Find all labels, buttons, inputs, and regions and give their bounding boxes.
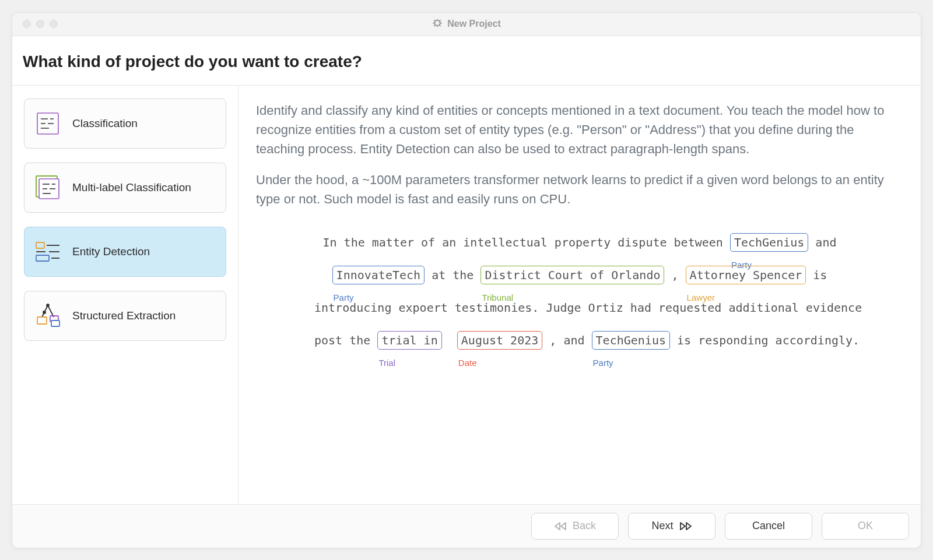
- entity-box: District Court of Orlando: [480, 266, 664, 284]
- entity-tribunal: District Court of Orlando Tribunal: [480, 259, 664, 291]
- titlebar: New Project: [12, 13, 921, 36]
- project-wizard-window: New Project What kind of project do you …: [12, 12, 921, 548]
- option-label: Entity Detection: [72, 245, 150, 258]
- description-paragraph-2: Under the hood, a ~100M parameters trans…: [256, 170, 903, 209]
- svg-point-22: [43, 311, 45, 314]
- wizard-body: Classification Multi-label Classificatio…: [12, 86, 921, 504]
- minimize-icon[interactable]: [36, 20, 44, 28]
- example-text: and: [815, 235, 836, 249]
- app-icon: [432, 19, 443, 29]
- example-text: post the: [314, 333, 377, 347]
- button-label: Back: [573, 520, 596, 532]
- example-text: ,: [672, 268, 686, 282]
- entity-box: Attorney Spencer: [686, 266, 806, 284]
- entity-party: TechGenius Party: [730, 226, 808, 259]
- entity-label: Trial: [378, 358, 395, 368]
- option-label: Classification: [72, 117, 138, 130]
- cancel-button[interactable]: Cancel: [725, 513, 812, 540]
- rewind-icon: [554, 522, 567, 531]
- option-entity-detection[interactable]: Entity Detection: [24, 227, 226, 277]
- entity-label: Tribunal: [482, 293, 513, 303]
- entity-detection-icon: [34, 238, 62, 266]
- entity-box: TechGenius: [592, 331, 670, 350]
- ok-button[interactable]: OK: [822, 513, 909, 540]
- entity-date: August 2023 Date: [457, 324, 542, 357]
- entity-trial: trial in Trial: [377, 324, 441, 357]
- next-button[interactable]: Next: [628, 513, 715, 540]
- option-multilabel-classification[interactable]: Multi-label Classification: [24, 163, 226, 213]
- option-label: Structured Extraction: [72, 309, 176, 322]
- option-structured-extraction[interactable]: Structured Extraction: [24, 291, 226, 341]
- svg-marker-29: [686, 523, 691, 530]
- example-text: is: [813, 268, 827, 282]
- classification-icon: [34, 110, 62, 138]
- svg-rect-13: [36, 242, 44, 248]
- back-button[interactable]: Back: [531, 513, 619, 540]
- wizard-footer: Back Next Cancel OK: [12, 504, 921, 548]
- entity-label: Party: [593, 358, 613, 368]
- entity-party: InnovateTech Party: [332, 259, 425, 291]
- page-title: What kind of project do you want to crea…: [23, 52, 910, 71]
- project-type-list: Classification Multi-label Classificatio…: [12, 86, 238, 504]
- svg-marker-28: [681, 523, 685, 530]
- close-icon[interactable]: [23, 20, 31, 28]
- header-question: What kind of project do you want to crea…: [12, 36, 921, 86]
- window-controls: [23, 20, 58, 28]
- button-label: Next: [651, 520, 673, 532]
- example-text: is responding accordingly.: [677, 333, 860, 347]
- entity-label: Date: [458, 358, 477, 368]
- entity-label: Party: [334, 293, 354, 303]
- example-text: at the: [432, 268, 480, 282]
- window-title-text: New Project: [447, 19, 501, 29]
- svg-rect-7: [39, 179, 59, 199]
- structured-extraction-icon: [34, 302, 62, 330]
- description-paragraph-1: Identify and classify any kind of entiti…: [256, 101, 903, 159]
- svg-point-21: [47, 304, 49, 307]
- titlebar-title: New Project: [432, 19, 501, 29]
- fast-forward-icon: [679, 522, 692, 531]
- button-label: Cancel: [752, 520, 785, 532]
- example-text: In the matter of an intellectual propert…: [323, 235, 730, 249]
- option-label: Multi-label Classification: [72, 181, 191, 194]
- example-text: , and: [549, 333, 591, 347]
- entity-label: Lawyer: [687, 293, 715, 303]
- svg-line-20: [48, 305, 54, 317]
- entity-example: In the matter of an intellectual propert…: [256, 220, 903, 362]
- option-classification[interactable]: Classification: [24, 98, 226, 149]
- button-label: OK: [858, 520, 873, 532]
- svg-rect-25: [51, 320, 59, 326]
- entity-party: TechGenius Party: [592, 324, 670, 357]
- example-text: introducing expoert testimonies. Judge O…: [314, 301, 862, 315]
- svg-rect-17: [36, 255, 49, 261]
- svg-marker-27: [561, 523, 566, 530]
- content-panel: Identify and classify any kind of entiti…: [238, 86, 921, 504]
- entity-box: InnovateTech: [332, 266, 425, 284]
- multilabel-icon: [34, 174, 62, 202]
- entity-box: trial in: [377, 331, 441, 350]
- svg-marker-26: [555, 523, 560, 530]
- svg-rect-23: [37, 317, 47, 324]
- entity-box: TechGenius: [730, 233, 808, 252]
- zoom-icon[interactable]: [50, 20, 58, 28]
- entity-lawyer: Attorney Spencer Lawyer: [686, 259, 806, 291]
- entity-box: August 2023: [457, 331, 542, 350]
